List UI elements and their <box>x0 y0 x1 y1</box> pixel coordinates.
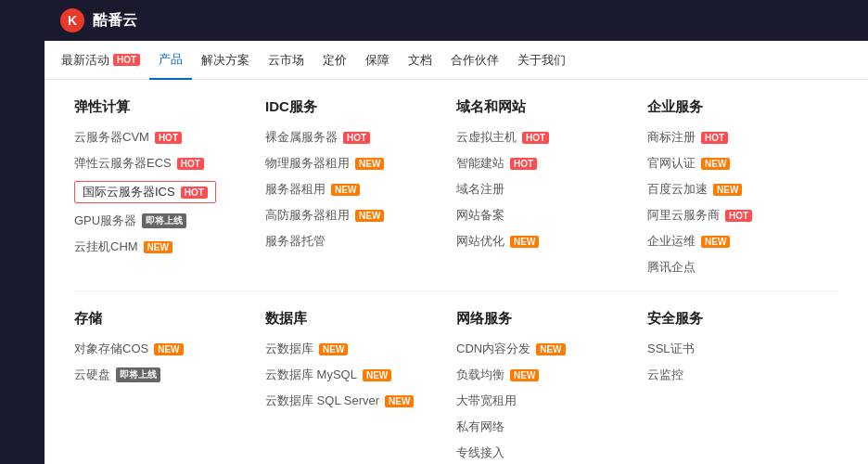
menu-section-security: 安全服务 SSL证书 云监控 <box>647 310 838 461</box>
menu-item-smart-site[interactable]: 智能建站 HOT <box>456 155 632 172</box>
nav-hot-badge: HOT <box>113 54 140 66</box>
menu-item-enterprise-ops[interactable]: 企业运维 NEW <box>647 233 838 250</box>
menu-item-server-hosting[interactable]: 服务器托管 <box>265 233 441 250</box>
logo-text: 酷番云 <box>93 11 137 31</box>
menu-item-site-optimize[interactable]: 网站优化 NEW <box>456 233 632 250</box>
nav-item-pricing[interactable]: 定价 <box>313 41 356 80</box>
menu-item-ddos-server[interactable]: 高防服务器租用 NEW <box>265 207 441 224</box>
menu-item-trademark[interactable]: 商标注册 HOT <box>647 129 838 146</box>
section-title-storage: 存储 <box>74 310 250 328</box>
menu-item-cdn[interactable]: CDN内容分发 NEW <box>456 341 632 357</box>
menu-item-direct-connect[interactable]: 专线接入 <box>456 445 632 461</box>
menu-item-ecs[interactable]: 弹性云服务器ECS HOT <box>74 155 250 172</box>
menu-item-cloud-db-mysql[interactable]: 云数据库 MySQL NEW <box>265 367 441 383</box>
menu-section-domain: 域名和网站 云虚拟主机 HOT 智能建站 HOT <box>456 98 647 276</box>
menu-section-elastic: 弹性计算 云服务器CVM HOT 弹性云服务器ECS HOT <box>74 98 265 276</box>
section-title-network: 网络服务 <box>456 310 632 328</box>
menu-item-domain-register[interactable]: 域名注册 <box>456 181 632 198</box>
menu-item-baidu-cdn[interactable]: 百度云加速 NEW <box>647 181 838 198</box>
section-title-enterprise: 企业服务 <box>647 98 838 116</box>
menu-item-bare-metal[interactable]: 裸金属服务器 HOT <box>265 129 441 146</box>
menu-item-ssl[interactable]: SSL证书 <box>647 341 838 357</box>
menu-section-network: 网络服务 CDN内容分发 NEW 负载均衡 NEW <box>456 310 647 461</box>
nav-item-docs[interactable]: 文档 <box>399 41 441 80</box>
navbar: 最新活动 HOT 产品 解决方案 云市场 定价 保障 文档 合作伙伴 <box>45 41 868 80</box>
menu-item-chm[interactable]: 云挂机CHM NEW <box>74 238 250 255</box>
menu-item-cos[interactable]: 对象存储COS NEW <box>74 341 250 357</box>
nav-item-solutions[interactable]: 解决方案 <box>192 41 259 80</box>
menu-item-load-balance[interactable]: 负载均衡 NEW <box>456 367 632 383</box>
menu-section-storage: 存储 对象存储COS NEW 云硬盘 即将上线 <box>74 310 265 461</box>
nav-item-products[interactable]: 产品 <box>149 41 192 80</box>
section-title-database: 数据库 <box>265 310 441 328</box>
logo-icon: K <box>59 7 85 33</box>
section-title-idc: IDC服务 <box>265 98 441 116</box>
menu-section-enterprise: 企业服务 商标注册 HOT 官网认证 NEW <box>647 98 838 276</box>
menu-item-gpu[interactable]: GPU服务器 即将上线 <box>74 213 250 229</box>
menu-item-cloud-monitor[interactable]: 云监控 <box>647 367 838 383</box>
menu-item-server-rent[interactable]: 服务器租用 NEW <box>265 181 441 198</box>
menu-item-ics[interactable]: 国际云服务器ICS HOT <box>74 181 216 203</box>
menu-item-virtual-host[interactable]: 云虚拟主机 HOT <box>456 129 632 146</box>
nav-item-about[interactable]: 关于我们 <box>508 41 575 80</box>
nav-item-guarantee[interactable]: 保障 <box>356 41 399 80</box>
nav-item-partners[interactable]: 合作伙伴 <box>441 41 508 80</box>
menu-item-vpc[interactable]: 私有网络 <box>456 419 632 435</box>
logo: K 酷番云 <box>59 7 137 33</box>
menu-item-physical-server-rent[interactable]: 物理服务器租用 NEW <box>265 155 441 172</box>
menu-item-tencent-qidian[interactable]: 腾讯企点 <box>647 259 838 276</box>
menu-section-database: 数据库 云数据库 NEW 云数据库 MySQL NEW <box>265 310 456 461</box>
menu-item-cloud-db[interactable]: 云数据库 NEW <box>265 341 441 357</box>
mega-menu: 弹性计算 云服务器CVM HOT 弹性云服务器ECS HOT <box>45 80 868 464</box>
menu-item-cvm[interactable]: 云服务器CVM HOT <box>74 129 250 146</box>
menu-item-bandwidth-rent[interactable]: 大带宽租用 <box>456 393 632 409</box>
menu-section-idc: IDC服务 裸金属服务器 HOT 物理服务器租用 NEW <box>265 98 456 276</box>
menu-item-cloud-disk[interactable]: 云硬盘 即将上线 <box>74 367 250 383</box>
section-title-domain: 域名和网站 <box>456 98 632 116</box>
section-title-elastic: 弹性计算 <box>74 98 250 116</box>
menu-item-official-cert[interactable]: 官网认证 NEW <box>647 155 838 172</box>
nav-item-marketplace[interactable]: 云市场 <box>259 41 313 80</box>
svg-text:K: K <box>68 13 77 28</box>
menu-item-cloud-db-sqlserver[interactable]: 云数据库 SQL Server NEW <box>265 393 441 409</box>
menu-item-aliyun-reseller[interactable]: 阿里云服务商 HOT <box>647 207 838 224</box>
section-title-security: 安全服务 <box>647 310 838 328</box>
nav-item-activities[interactable]: 最新活动 HOT <box>52 41 149 80</box>
menu-item-icp-record[interactable]: 网站备案 <box>456 207 632 224</box>
